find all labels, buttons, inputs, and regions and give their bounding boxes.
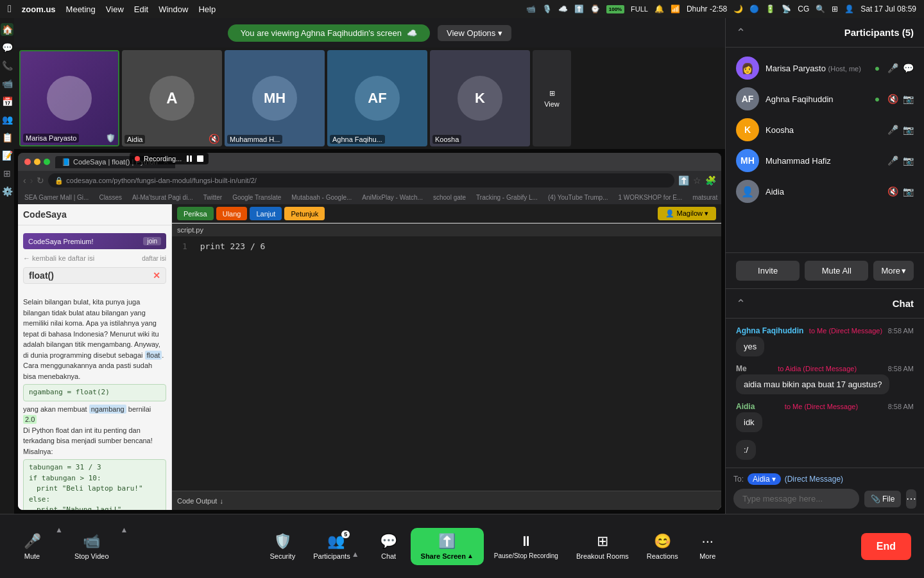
participant-thumb-aghna[interactable]: AF Aghna Faqihu... xyxy=(327,50,427,146)
chat-toolbar-btn[interactable]: 💬 Chat xyxy=(370,528,408,565)
nav-back-icon[interactable]: ‹ xyxy=(23,175,26,186)
magilow-label: Magilow ▾ xyxy=(677,209,708,218)
chat-collapse-btn[interactable]: ⌃ xyxy=(736,297,746,311)
grid-icon: ⊞ xyxy=(549,89,555,98)
bookmark-2[interactable]: Al-Ma'tsurat Pagi di... xyxy=(128,193,197,202)
bookmark-11[interactable]: matsurat xyxy=(689,193,721,202)
hint-btn[interactable]: Petunjuk xyxy=(284,207,325,220)
dm-label-1: to Me (Direct Message) xyxy=(809,327,882,335)
menubar-search-icon[interactable]: 🔍 xyxy=(816,4,825,13)
menu-window[interactable]: Window xyxy=(158,4,188,14)
share-screen-btn[interactable]: ⬆️ Share Screen ▲ xyxy=(411,528,484,565)
bubble-4: :/ xyxy=(736,440,756,460)
bookmark-3[interactable]: Twitter xyxy=(200,193,226,202)
premium-banner[interactable]: CodeSaya Premium! join xyxy=(23,233,166,249)
bookmark-5[interactable]: Mutabaah - Google... xyxy=(287,193,355,202)
security-label: Security xyxy=(270,552,295,560)
avatar-marisa: 👩 xyxy=(736,57,759,80)
bookmark-10[interactable]: 1 WORKSHOP for E... xyxy=(614,193,686,202)
participants-caret-icon[interactable]: ▲ xyxy=(352,550,359,559)
pause-button[interactable] xyxy=(185,155,193,162)
zoom-chat-icon[interactable]: 💬 xyxy=(1,41,13,54)
participant-thumb-aidia[interactable]: A Aidia 🔇 xyxy=(122,50,222,146)
zoom-phone-icon[interactable]: 📞 xyxy=(1,59,13,72)
notification-bar: You are viewing Aghna Faqihuddin's scree… xyxy=(14,18,725,48)
mute-all-btn[interactable]: Mute All xyxy=(805,261,868,281)
zoom-notes-icon[interactable]: 📝 xyxy=(1,149,13,162)
close-function-btn[interactable]: ✕ xyxy=(153,270,160,281)
zoom-apps-icon[interactable]: ⊞ xyxy=(1,167,13,180)
menubar-battery-icon: 🔋 xyxy=(766,4,775,13)
menu-meeting[interactable]: Meeting xyxy=(66,4,96,14)
bookmark-0[interactable]: SEA Gamer Mall | Gi... xyxy=(21,193,92,202)
browser-url-bar[interactable]: 🔒 codesaya.com/python/fungsi-dan-modul/f… xyxy=(48,173,674,188)
security-toolbar-icon: 🛡️ xyxy=(274,533,291,550)
battery-indicator: 100% xyxy=(606,5,624,13)
breakout-btn[interactable]: ⊞ Breakout Rooms xyxy=(569,528,637,565)
zoom-home-icon[interactable]: 🏠 xyxy=(1,23,13,36)
nav-refresh-icon[interactable]: ↻ xyxy=(37,175,44,186)
zoom-whiteboards-icon[interactable]: 📋 xyxy=(1,131,13,144)
menubar-control-icon[interactable]: ⊞ xyxy=(832,4,838,13)
zoom-contacts-icon[interactable]: 👥 xyxy=(1,113,13,126)
participant-thumb-muhammadh[interactable]: MH Muhammad H... xyxy=(225,50,325,146)
app-name[interactable]: zoom.us xyxy=(22,4,56,14)
avatar-aidia: 👤 xyxy=(736,180,759,203)
browser-extension-icon[interactable]: 🧩 xyxy=(705,175,716,186)
bookmark-4[interactable]: Google Translate xyxy=(228,193,285,202)
stop-button[interactable] xyxy=(197,155,203,162)
menu-view[interactable]: View xyxy=(106,4,124,14)
recording-toolbar-btn[interactable]: ⏸ Pause/Stop Recording xyxy=(486,528,566,565)
editor-body[interactable]: 1 print 223 / 6 xyxy=(172,236,721,491)
chat-input[interactable] xyxy=(733,489,859,509)
next-btn[interactable]: Lanjut xyxy=(250,207,282,220)
browser-close[interactable] xyxy=(24,159,31,165)
share-caret-icon[interactable]: ▲ xyxy=(467,552,474,559)
daftar-isi-label: daftar isi xyxy=(142,255,166,262)
security-btn[interactable]: 🛡️ Security xyxy=(262,528,303,565)
chat-more-btn[interactable]: ⋯ xyxy=(906,489,916,509)
apple-menu[interactable]:  xyxy=(8,3,12,15)
participants-btn[interactable]: 👥 5 Participants ▲ xyxy=(305,528,366,565)
mute-caret-icon[interactable]: ▲ xyxy=(55,525,63,534)
magilow-btn[interactable]: 👤 Magilow ▾ xyxy=(658,207,716,220)
view-options-button[interactable]: View Options ▾ xyxy=(438,25,511,41)
browser-minimize[interactable] xyxy=(34,159,40,165)
menu-help[interactable]: Help xyxy=(198,4,216,14)
invite-btn[interactable]: Invite xyxy=(736,261,800,281)
view-button[interactable]: ⊞ View xyxy=(533,50,571,146)
zoom-calendar-icon[interactable]: 📅 xyxy=(1,95,13,108)
stop-video-btn[interactable]: 📹 Stop Video xyxy=(67,528,117,565)
file-btn[interactable]: 📎 File xyxy=(864,491,901,507)
more-toolbar-btn[interactable]: ··· More xyxy=(689,528,727,565)
participants-collapse-btn[interactable]: ⌃ xyxy=(736,26,746,40)
to-recipient-badge[interactable]: Aidia ▾ xyxy=(748,473,781,485)
bookmark-8[interactable]: Tracking - Grabify L... xyxy=(472,193,542,202)
more-btn[interactable]: More ▾ xyxy=(873,261,914,281)
join-btn[interactable]: join xyxy=(143,237,161,245)
check-btn[interactable]: Periksa xyxy=(177,207,214,220)
participant-thumb-koosha[interactable]: K Koosha xyxy=(430,50,530,146)
end-btn[interactable]: End xyxy=(861,533,911,560)
participant-thumb-marisa[interactable]: Marisa Paryasto 🛡️ xyxy=(19,50,119,146)
bookmark-6[interactable]: AniMixPlay - Watch... xyxy=(358,193,427,202)
host-label-marisa: (Host, me) xyxy=(828,65,861,73)
mute-btn[interactable]: 🎤 Mute xyxy=(13,528,51,565)
video-caret-icon[interactable]: ▲ xyxy=(121,525,128,534)
zoom-settings-icon[interactable]: ⚙️ xyxy=(1,185,13,198)
bookmark-9[interactable]: (4) YouTube Trump... xyxy=(544,193,612,202)
cs-para-3: Di Python float dan int itu penting dan … xyxy=(23,425,166,457)
zoom-meet-icon[interactable]: 📹 xyxy=(1,77,13,90)
code-editor-area: Periksa Ulang Lanjut Petunjuk 👤 Magilow … xyxy=(172,204,721,510)
browser-maximize[interactable] xyxy=(44,159,50,165)
browser-bookmark-icon[interactable]: ☆ xyxy=(693,175,701,186)
code-output-area: Code Output ↓ xyxy=(172,491,721,510)
browser-share-icon[interactable]: ⬆️ xyxy=(678,175,689,186)
reactions-btn[interactable]: 😊 Reactions xyxy=(639,528,686,565)
bookmark-1[interactable]: Classes xyxy=(95,193,126,202)
codesaya-logo: CodeSaya xyxy=(23,209,166,220)
breadcrumb[interactable]: ← kembali ke daftar isi xyxy=(23,252,94,265)
bookmark-7[interactable]: school gate xyxy=(429,193,470,202)
reset-btn[interactable]: Ulang xyxy=(216,207,248,220)
menu-edit[interactable]: Edit xyxy=(134,4,148,14)
